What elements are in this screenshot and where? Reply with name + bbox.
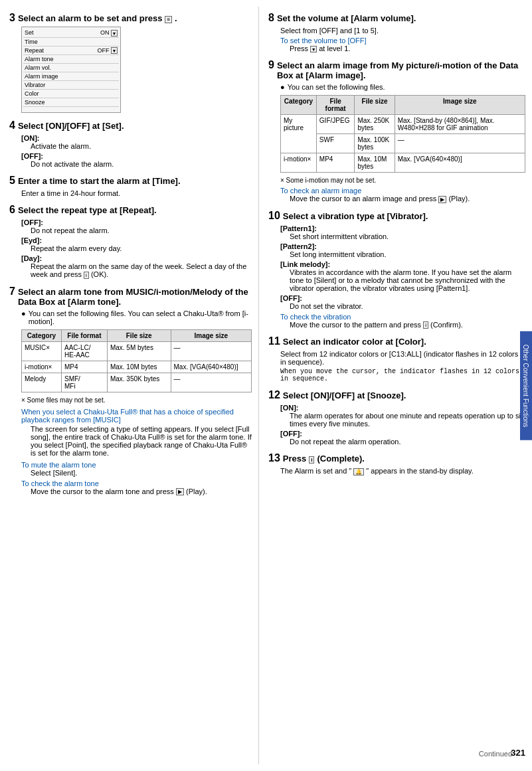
cell-category: My picture — [281, 115, 317, 153]
step6-number: 6 — [9, 204, 15, 216]
cell-imgsize: Max. [VGA(640×480)] — [395, 153, 525, 173]
step4-text: Select [ON]/[OFF] at [Set]. — [18, 121, 124, 131]
step5-desc: Enter a time in 24-hour format. — [21, 189, 120, 197]
cell-format: AAC-LC/HE-AAC — [61, 341, 107, 361]
step13-suffix: (Complete). — [317, 454, 365, 464]
complete-icon: i — [309, 456, 314, 464]
step8-header: 8 Set the volume at [Alarm volume]. — [268, 12, 525, 24]
step12-header: 12 Select [ON]/[OFF] at [Snooze]. — [268, 389, 525, 401]
bullet-dot: ● — [280, 83, 285, 91]
table-row: i-motion× MP4 Max. 10M bytes Max. [VGA(6… — [22, 361, 252, 373]
step9-table: Category File format File size Image siz… — [280, 95, 525, 173]
step7-body: ● You can set the following files. You c… — [21, 309, 252, 496]
step9-text: Select an alarm image from My picture/i-… — [277, 60, 525, 80]
table-row: MUSIC× AAC-LC/HE-AAC Max. 5M bytes — — [22, 341, 252, 361]
step11-text: Select an indicator color at [Color]. — [283, 337, 426, 347]
step9-header: 9 Select an alarm image from My picture/… — [268, 59, 525, 80]
step8-desc: Select from [OFF] and [1 to 5]. — [280, 27, 525, 35]
step4-number: 4 — [9, 120, 15, 131]
step3-number: 3 — [9, 12, 15, 24]
step5-text: Enter a time to start the alarm at [Time… — [18, 176, 181, 186]
cell-size: Max. 10M bytes — [355, 153, 395, 173]
step12-body: [ON]: The alarm operates for about one m… — [280, 404, 525, 446]
phone-row-color: Color — [23, 90, 119, 98]
set-volume-desc: Press ▼ at level 1. — [290, 44, 525, 52]
phone-row-alarmvol: Alarm vol. — [23, 64, 119, 72]
mute-desc: Select [Silent]. — [31, 469, 252, 477]
link-melody-desc: Vibrates in accordance with the alarm to… — [290, 268, 525, 292]
chaku-uta-desc: The screen for selecting a type of setti… — [31, 425, 252, 457]
phone-row-alarmimage: Alarm image — [23, 72, 119, 81]
step8-number: 8 — [268, 12, 274, 24]
cell-category: i-motion× — [281, 153, 317, 173]
check-alarm-tone-desc: Move the cursor to the alarm tone and pr… — [31, 487, 252, 496]
table-row: My picture GIF/JPEG Max. 250K bytes Max.… — [281, 115, 525, 134]
col-fileformat: File format — [316, 96, 355, 115]
step9-number: 9 — [268, 59, 274, 71]
continued-text: Continued — [479, 750, 512, 758]
step13-desc: The Alarm is set and " — [280, 467, 351, 475]
col-imagesize: Image size — [395, 96, 525, 115]
chaku-uta-label: When you select a Chaku-Uta Full® that h… — [21, 408, 234, 424]
check-alarm-tone-label: To check the alarm tone — [21, 479, 99, 487]
pattern1-label: [Pattern1]: — [280, 224, 525, 232]
set-volume-label: To set the volume to [OFF] — [280, 37, 367, 44]
left-column: 3 Select an alarm to be set and press ≡.… — [0, 7, 259, 764]
cell-imgsize: Max. [Stand-by (480×864)], Max. W480×H28… — [395, 115, 525, 134]
step11-header: 11 Select an indicator color at [Color]. — [268, 335, 525, 347]
step13-text: Press — [283, 454, 306, 464]
step10-body: [Pattern1]: Set short intermittent vibra… — [280, 224, 525, 329]
phone-row-repeat: RepeatOFF ▼ — [23, 46, 119, 56]
ok-icon: i — [84, 272, 89, 279]
play-icon: ▶ — [176, 488, 184, 495]
phone-row-alarmtone: Alarm tone — [23, 55, 119, 64]
step11-desc1: Select from 12 indicator colors or [C13:… — [280, 350, 525, 366]
phone-ui-area: SetON ▼ Time RepeatOFF ▼ Alarm tone Alar… — [21, 27, 252, 113]
cell-category: Melody — [22, 373, 62, 392]
step10-number: 10 — [268, 210, 280, 222]
phone-row-time: Time — [23, 38, 119, 46]
step4-on-label: [ON]: — [21, 134, 252, 142]
step10-off-label: [OFF]: — [280, 294, 525, 302]
check-alarm-image-label: To check an alarm image — [280, 187, 361, 195]
step13-desc-suffix: " appears in the stand-by display. — [366, 467, 473, 475]
table-row: i-motion× MP4 Max. 10M bytes Max. [VGA(6… — [281, 153, 525, 173]
check-vibration-label: To check the vibration — [280, 313, 351, 321]
step13-number: 13 — [268, 452, 280, 464]
table-row: Melody SMF/MFi Max. 350K bytes — — [22, 373, 252, 392]
cell-size: Max. 10M bytes — [107, 361, 171, 373]
link-melody-label: [Link melody]: — [280, 260, 525, 268]
confirm-icon: i — [423, 321, 428, 329]
step7-bullet-text: You can set the following files. You can… — [29, 309, 252, 325]
step3-header: 3 Select an alarm to be set and press ≡. — [9, 12, 252, 24]
cell-size: Max. 350K bytes — [107, 373, 171, 392]
step11-number: 11 — [268, 335, 280, 347]
step8-body: Select from [OFF] and [1 to 5]. To set t… — [280, 27, 525, 52]
right-column: 8 Set the volume at [Alarm volume]. Sele… — [259, 7, 532, 764]
step6-day-desc: Repeat the alarm on the same day of the … — [31, 262, 252, 279]
cell-category: MUSIC× — [22, 341, 62, 361]
step12-number: 12 — [268, 389, 280, 401]
pattern1-desc: Set short intermittent vibration. — [290, 232, 525, 240]
step5-header: 5 Enter a time to start the alarm at [Ti… — [9, 175, 252, 187]
bullet-dot: ● — [21, 309, 26, 325]
step7-footnote: × Some files may not be set. — [21, 396, 252, 404]
check-vibration-desc: Move the cursor to the pattern and press… — [290, 321, 525, 329]
step11-body: Select from 12 indicator colors or [C13:… — [280, 350, 525, 383]
step12-on-label: [ON]: — [280, 404, 525, 412]
step4-header: 4 Select [ON]/[OFF] at [Set]. — [9, 120, 252, 131]
cell-size: Max. 100K bytes — [355, 134, 395, 153]
step11-desc2: When you move the cursor, the indicator … — [280, 368, 525, 383]
pattern2-desc: Set long intermittent vibration. — [290, 250, 525, 258]
phone-row-snooze: Snooze — [23, 98, 119, 107]
mute-label: To mute the alarm tone — [21, 461, 96, 469]
step12-on-desc: The alarm operates for about one minute … — [290, 412, 525, 428]
step6-eyd-label: [Eyd]: — [21, 236, 252, 244]
phone-row-vibrator: Vibrator — [23, 81, 119, 90]
step4-on-desc: Activate the alarm. — [31, 142, 252, 150]
cell-imgsize: Max. [VGA(640×480)] — [171, 361, 251, 373]
step9-body: ● You can set the following files. Categ… — [280, 83, 525, 203]
step7-table: Category File format File size Image siz… — [21, 329, 252, 392]
step12-text: Select [ON]/[OFF] at [Snooze]. — [283, 390, 406, 400]
step4-body: [ON]: Activate the alarm. [OFF]: Do not … — [21, 134, 252, 168]
